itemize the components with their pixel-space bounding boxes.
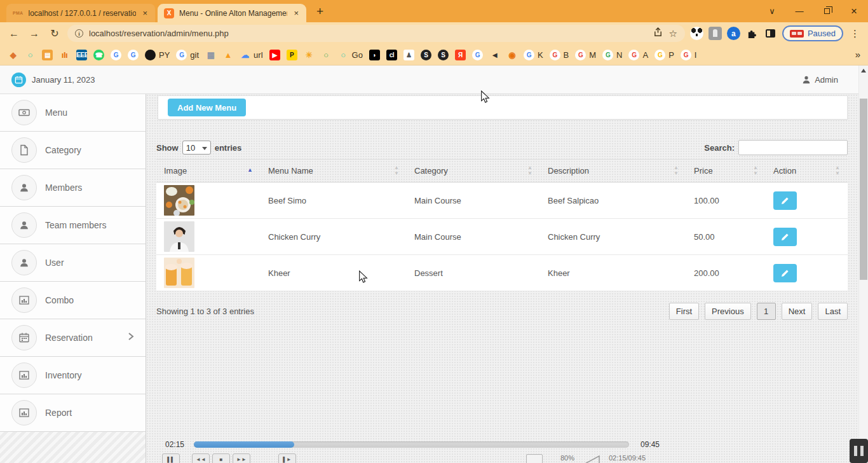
minimize-button[interactable]: — [794, 6, 804, 17]
video-progress-bar[interactable] [194, 441, 629, 448]
edit-button[interactable] [773, 191, 797, 210]
column-category[interactable]: Category▲▼ [407, 160, 540, 182]
bookmark-item[interactable]: ılı [59, 50, 70, 60]
window-controls: ∨ — × [767, 6, 859, 17]
player-pause-button[interactable]: ▌▌ [162, 453, 180, 463]
recorder-pause-button[interactable] [850, 439, 868, 463]
bookmark-item[interactable]: S [421, 50, 431, 60]
bookmark-item[interactable]: cl [386, 50, 397, 60]
share-icon[interactable] [653, 27, 663, 39]
toolbar-panel: Add New Menu [158, 95, 848, 120]
side-panel-icon[interactable] [764, 27, 777, 40]
new-tab-button[interactable]: + [316, 5, 323, 17]
pagination-first[interactable]: First [669, 303, 699, 320]
bookmark-item[interactable]: ◆ [8, 50, 18, 60]
bookmark-item[interactable]: GI [681, 50, 697, 60]
pagination-last[interactable]: Last [818, 303, 848, 320]
pagination-next[interactable]: Next [782, 303, 813, 320]
sidebar-item-category[interactable]: Category [0, 132, 146, 169]
bookmark-item[interactable]: Ggit [176, 50, 199, 60]
scrollbar-thumb[interactable] [860, 99, 867, 280]
bookmark-item[interactable]: ▲ [222, 50, 233, 60]
bookmark-item[interactable]: GN [602, 50, 622, 60]
bookmarks-overflow-icon[interactable]: » [855, 49, 860, 60]
pointer-extension-icon[interactable] [709, 27, 722, 40]
bookmark-star-icon[interactable]: ☆ [668, 28, 677, 39]
edit-button[interactable] [773, 228, 797, 246]
bookmark-item[interactable]: GK [524, 50, 543, 60]
bookmark-item[interactable]: ○ [321, 50, 332, 60]
column-price[interactable]: Price▲▼ [686, 160, 766, 182]
close-button[interactable]: × [849, 6, 859, 17]
bookmark-item[interactable]: ☁url [240, 50, 262, 60]
bookmark-item[interactable]: ▦ [205, 50, 216, 60]
bookmark-item[interactable]: ○ [25, 50, 36, 60]
bookmark-item[interactable]: IEEE [76, 50, 87, 60]
bookmark-item[interactable]: ○Go [338, 50, 363, 60]
a-extension-icon[interactable]: a [727, 27, 740, 40]
reload-button[interactable]: ↻ [47, 27, 62, 39]
site-info-icon[interactable] [75, 29, 83, 38]
pagination-page-1[interactable]: 1 [757, 303, 776, 320]
bookmark-item[interactable]: ▶ [269, 50, 280, 60]
player-stop-button[interactable]: ■ [212, 453, 230, 463]
column-image[interactable]: Image▲ [156, 160, 261, 182]
sidebar-item-inventory[interactable]: Inventory [0, 357, 146, 394]
bookmark-item[interactable]: GM [575, 50, 596, 60]
sidebar-item-menu[interactable]: Menu [0, 94, 146, 132]
player-step-button[interactable]: ▌► [278, 453, 296, 463]
bookmark-item[interactable]: ▤ [42, 50, 53, 60]
address-bar[interactable]: localhost/reservation/admin/menu.php ☆ [67, 25, 685, 42]
bookmark-item[interactable]: G [111, 50, 121, 60]
ieee-icon: IEEE [76, 50, 87, 60]
bookmark-item[interactable]: ◗ [369, 50, 380, 60]
bookmark-item[interactable]: Я [455, 50, 466, 60]
search-input[interactable] [738, 140, 848, 155]
volume-icon[interactable] [582, 455, 600, 463]
bookmark-item[interactable]: G [472, 50, 483, 60]
bookmark-item[interactable]: GB [550, 50, 569, 60]
bookmark-item[interactable]: ◉ [506, 50, 517, 60]
bookmark-item[interactable]: ♟ [403, 50, 414, 60]
bookmark-item[interactable]: G [128, 50, 139, 60]
column-description[interactable]: Description▲▼ [540, 160, 686, 182]
sidebar-item-team-members[interactable]: Team members [0, 207, 146, 244]
panda-extension-icon[interactable] [690, 27, 703, 40]
bookmark-item[interactable]: P [287, 50, 297, 60]
sidebar-item-combo[interactable]: Combo [0, 282, 146, 319]
edit-button[interactable] [773, 264, 797, 282]
tab-close-icon[interactable]: × [141, 8, 149, 18]
column-action[interactable]: Action▲▼ [766, 160, 848, 182]
bookmark-item[interactable]: ☀ [304, 50, 315, 60]
page-length-select[interactable]: 10 [182, 141, 211, 155]
bookmark-item[interactable]: ◄ [489, 50, 500, 60]
profile-chevron-icon[interactable]: ∨ [767, 6, 777, 17]
forward-button[interactable]: → [27, 28, 42, 39]
paused-extension-pill[interactable]: Paused [782, 25, 843, 41]
back-button[interactable]: ← [6, 28, 22, 39]
admin-menu[interactable]: Admin [802, 75, 838, 85]
sidebar-item-reservation[interactable]: Reservation [0, 319, 146, 357]
bookmark-item[interactable]: S [438, 50, 449, 60]
page-scrollbar[interactable] [858, 66, 868, 463]
bookmark-item[interactable]: ☎ [93, 50, 104, 60]
sidebar-item-members[interactable]: Members [0, 169, 146, 207]
bookmark-item[interactable]: GA [628, 50, 648, 60]
bookmark-item[interactable]: GP [654, 50, 674, 60]
browser-tab-menu-active[interactable]: X Menu - Online Alton Managemen × [158, 4, 306, 22]
bookmark-item[interactable]: PY [145, 50, 170, 60]
player-prev-button[interactable]: ◄◄ [192, 453, 210, 463]
add-new-menu-button[interactable]: Add New Menu [168, 99, 246, 116]
restore-button[interactable] [822, 6, 832, 17]
pagination-previous[interactable]: Previous [705, 303, 751, 320]
tab-close-icon[interactable]: × [292, 8, 300, 18]
scroll-up-icon[interactable] [861, 69, 866, 73]
sidebar-item-report[interactable]: Report [0, 394, 146, 432]
browser-menu-icon[interactable]: ⋮ [848, 28, 862, 39]
player-next-button[interactable]: ►► [233, 453, 250, 463]
extensions-puzzle-icon[interactable] [745, 27, 759, 40]
sidebar-item-user[interactable]: User [0, 244, 146, 282]
player-text-box[interactable] [526, 454, 543, 463]
column-menu-name[interactable]: Menu Name▲▼ [261, 160, 407, 182]
browser-tab-phpmyadmin[interactable]: PMA localhost / 127.0.0.1 / reservation … [6, 4, 155, 22]
